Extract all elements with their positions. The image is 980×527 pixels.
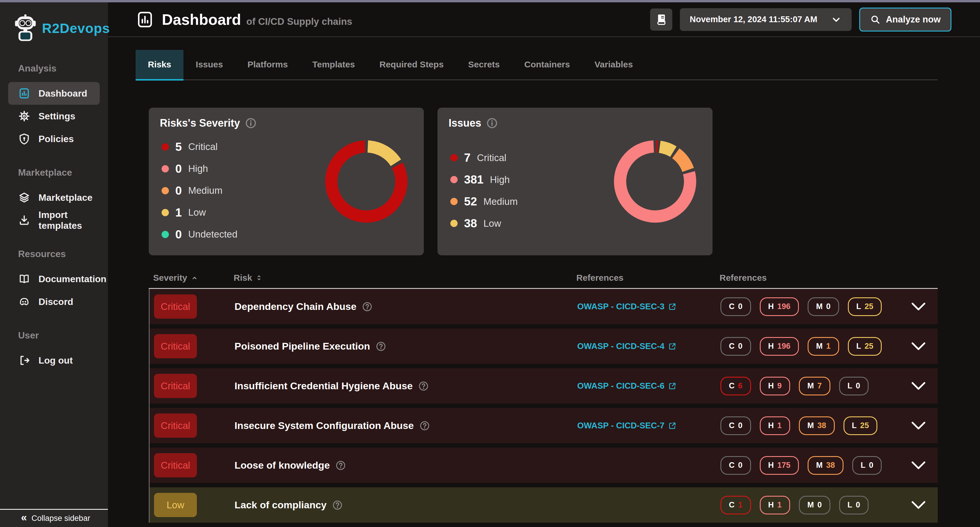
column-header-severity[interactable]: Severity	[153, 273, 234, 283]
legend-value: 0	[175, 228, 182, 241]
question-icon[interactable]	[418, 381, 429, 392]
tab-variables[interactable]: Variables	[582, 50, 645, 81]
main-area: Dashboard of CI/CD Supply chains Novembe…	[108, 2, 980, 527]
gear-icon	[18, 110, 30, 122]
expand-row-chevron-icon[interactable]	[911, 421, 926, 431]
legend-item-undetected: 0Undetected	[162, 228, 237, 241]
sidebar-section-analysis: AnalysisDashboardSettingsPolicies	[0, 63, 108, 150]
legend-label: Critical	[188, 141, 218, 152]
sidebar-section-resources: ResourcesDocumentationDiscord	[0, 248, 108, 313]
owasp-reference-link[interactable]: OWASP - CICD-SEC-6	[577, 381, 677, 391]
legend-label: Undetected	[188, 229, 237, 240]
expand-row-chevron-icon[interactable]	[911, 381, 926, 391]
pill-count: 196	[777, 302, 791, 311]
legend-value: 381	[464, 173, 484, 186]
expand-row-chevron-icon[interactable]	[911, 341, 926, 351]
collapse-sidebar-button[interactable]: « Collapse sidebar	[0, 509, 108, 527]
changelog-book-button[interactable]	[650, 8, 672, 31]
question-icon[interactable]	[335, 460, 346, 471]
analyze-now-button[interactable]: Analyze now	[859, 8, 951, 32]
legend-label: High	[188, 163, 208, 174]
analysis-date-dropdown[interactable]: November 12, 2024 11:55:07 AM	[680, 8, 852, 31]
question-icon[interactable]	[362, 301, 373, 312]
sidebar-item-marketplace[interactable]: Marketplace	[8, 186, 100, 209]
info-icon[interactable]	[245, 117, 257, 129]
pill-count: 196	[777, 342, 791, 351]
owasp-reference-link[interactable]: OWASP - CICD-SEC-4	[577, 341, 677, 351]
summary-cards: Risks's Severity5Critical0High0Medium1Lo…	[149, 108, 938, 255]
count-pill-m: M38	[799, 416, 835, 435]
expand-row-chevron-icon[interactable]	[911, 500, 926, 510]
legend-item-low: 1Low	[162, 206, 237, 219]
table-body: CriticalDependency Chain AbuseOWASP - CI…	[149, 289, 938, 522]
robot-logo-icon	[13, 14, 38, 43]
info-icon[interactable]	[486, 117, 498, 129]
pill-count: 1	[826, 342, 830, 351]
sidebar-item-discord[interactable]: Discord	[8, 290, 100, 313]
legend-label: High	[490, 174, 510, 185]
legend-dot	[450, 176, 458, 183]
owasp-reference-link[interactable]: OWASP - CICD-SEC-3	[577, 302, 677, 311]
pill-count: 0	[738, 342, 743, 351]
issue-count-pills: C0H175M38L0	[721, 456, 901, 475]
pill-letter: C	[729, 342, 735, 351]
tab-platforms[interactable]: Platforms	[235, 50, 300, 81]
tab-required-steps[interactable]: Required Steps	[367, 50, 456, 81]
count-pill-h: H1	[760, 496, 791, 514]
risk-name: Insecure System Configuration Abuse	[234, 420, 414, 431]
book-icon	[655, 13, 668, 26]
shield-icon	[18, 133, 30, 145]
sidebar-item-label: Discord	[38, 296, 73, 307]
count-pill-h: H196	[760, 337, 799, 356]
pill-count: 0	[869, 461, 873, 470]
card-issues: Issues7Critical381High52Medium38Low	[438, 108, 713, 255]
expand-row-chevron-icon[interactable]	[911, 302, 926, 312]
count-pill-c: C0	[721, 456, 751, 475]
tab-risks[interactable]: Risks	[135, 50, 183, 81]
question-icon[interactable]	[419, 420, 430, 431]
pill-letter: C	[729, 302, 735, 311]
risks-table: Severity Risk References	[149, 267, 938, 527]
page-subtitle: of CI/CD Supply chains	[247, 12, 352, 27]
question-icon[interactable]	[332, 500, 343, 511]
pill-letter: L	[856, 342, 861, 351]
owasp-reference-label: OWASP - CICD-SEC-3	[577, 302, 664, 311]
owasp-reference-label: OWASP - CICD-SEC-6	[577, 381, 664, 391]
dashboard-title-icon	[135, 10, 154, 29]
sidebar-item-label: Dashboard	[38, 88, 87, 99]
legend-value: 52	[464, 195, 477, 208]
legend-dot	[450, 220, 458, 227]
question-icon[interactable]	[375, 341, 387, 352]
owasp-reference-label: OWASP - CICD-SEC-4	[577, 341, 664, 351]
tab-templates[interactable]: Templates	[300, 50, 367, 81]
brand-name: R2Devops	[42, 21, 110, 36]
issue-count-pills: C0H196M1L25	[721, 337, 901, 356]
count-pill-c: C0	[721, 297, 751, 316]
sidebar-item-log-out[interactable]: Log out	[8, 349, 100, 372]
count-pill-c: C6	[721, 377, 751, 395]
pill-count: 38	[818, 421, 826, 430]
chart-legend: 5Critical0High0Medium1Low0Undetected	[162, 135, 237, 247]
pill-count: 7	[818, 381, 822, 390]
owasp-reference-label: OWASP - CICD-SEC-7	[577, 421, 664, 430]
page-header: Dashboard of CI/CD Supply chains Novembe…	[108, 2, 980, 37]
severity-badge: Critical	[154, 374, 197, 398]
pill-letter: H	[768, 302, 774, 311]
sidebar-item-documentation[interactable]: Documentation	[8, 267, 100, 290]
pill-count: 38	[826, 461, 835, 470]
sidebar-item-import-templates[interactable]: Import templates	[8, 209, 100, 232]
expand-row-chevron-icon[interactable]	[911, 460, 926, 470]
sidebar-item-settings[interactable]: Settings	[8, 105, 100, 127]
risk-name: Loose of knowledge	[234, 460, 330, 471]
owasp-reference-link[interactable]: OWASP - CICD-SEC-7	[577, 421, 677, 430]
legend-item-critical: 7Critical	[450, 151, 518, 164]
severity-badge: Critical	[154, 295, 197, 318]
column-header-risk[interactable]: Risk	[234, 273, 576, 283]
legend-dot	[162, 231, 169, 238]
tab-containers[interactable]: Containers	[512, 50, 582, 81]
sidebar-item-dashboard[interactable]: Dashboard	[8, 82, 100, 105]
pill-count: 0	[818, 500, 822, 509]
sidebar-item-policies[interactable]: Policies	[8, 127, 100, 150]
tab-issues[interactable]: Issues	[183, 50, 235, 81]
tab-secrets[interactable]: Secrets	[456, 50, 512, 81]
